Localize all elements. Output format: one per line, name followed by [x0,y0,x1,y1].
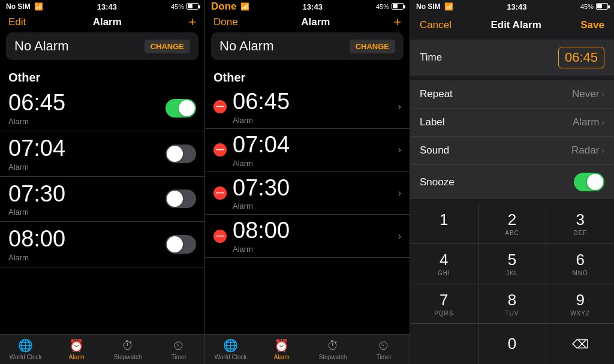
edit-button[interactable]: Edit [8,16,26,28]
chevron-icon-3: › [398,188,401,198]
snooze-knob [587,174,603,190]
numpad-row-3: 7 PQRS 8 TUV 9 WXYZ [410,284,614,324]
alarm-toggle-2[interactable] [165,145,196,163]
alarm-label-edit-4: Alarm [233,245,393,254]
time-1: 13:43 [97,2,117,11]
alarm-delete-item-3[interactable]: 07:30 Alarm › [205,172,410,215]
done-label: Done [211,1,237,13]
done-button[interactable]: Done [213,16,238,28]
sound-label: Sound [420,145,449,157]
numpad-row-2: 4 GHI 5 JKL 6 MNO [410,244,614,284]
snooze-row: Snooze [410,165,614,199]
alarm-label-edit-1: Alarm [233,116,393,125]
alarm-item-2[interactable]: 07:04 Alarm [0,131,204,177]
alarm-time-edit-4: 08:00 [233,218,393,243]
alarm-delete-item-1[interactable]: 06:45 Alarm › [205,86,410,129]
tab-stopwatch-1[interactable]: ⏱ Stopwatch [103,335,154,364]
numpad-key-5[interactable]: 5 JKL [478,244,547,284]
alarm-list-2: 06:45 Alarm › 07:04 Alarm › 07:30 Alarm … [205,86,410,334]
no-alarm-text-2: No Alarm [219,38,273,54]
sim-label-1: No SIM [6,2,31,11]
alarm-label-4: Alarm [8,253,65,262]
time-value-display[interactable]: 06:45 [558,47,604,68]
nav-bar-1: Edit Alarm + [0,13,204,32]
tab-label-timer-1: Timer [171,354,186,360]
wifi-icon-2: 📶 [240,2,249,11]
timer-icon-1: ⏲ [173,339,185,353]
edit-nav: Cancel Edit Alarm Save [410,13,614,35]
tab-label-stopwatch-2: Stopwatch [319,354,347,360]
alarm-item-3[interactable]: 07:30 Alarm [0,177,204,222]
world-clock-icon-1: 🌐 [18,338,33,353]
stopwatch-icon-2: ⏱ [327,339,339,353]
alarm-label-2: Alarm [8,163,65,172]
panel-edit-alarm: No SIM 📶 13:43 45% Cancel Edit Alarm Sav… [410,0,614,364]
alarm-item-4[interactable]: 08:00 Alarm [0,222,204,267]
numpad: 1 2 ABC 3 DEF 4 GHI 5 JKL 6 MN [410,204,614,364]
repeat-chevron: › [601,89,604,99]
numpad-key-1[interactable]: 1 [410,204,478,244]
numpad-key-6[interactable]: 6 MNO [546,244,614,284]
tab-label-timer-2: Timer [377,354,392,360]
label-row[interactable]: Label Alarm › [410,109,614,137]
edit-alarm-title: Edit Alarm [490,19,541,31]
numpad-key-0[interactable]: 0 [478,324,547,364]
tab-world-clock-1[interactable]: 🌐 World Clock [0,335,51,364]
tab-alarm-2[interactable]: ⏰ Alarm [256,335,307,364]
change-button-1[interactable]: CHANGE [145,40,190,53]
snooze-toggle[interactable] [574,173,604,191]
tab-timer-2[interactable]: ⏲ Timer [359,335,410,364]
no-alarm-text-1: No Alarm [14,38,68,54]
numpad-row-4: 0 ⌫ [410,324,614,364]
tab-timer-1[interactable]: ⏲ Timer [154,335,204,364]
numpad-key-9[interactable]: 9 WXYZ [546,284,614,324]
tab-world-clock-2[interactable]: 🌐 World Clock [205,335,256,364]
status-bar-2: Done 📶 13:43 45% [205,0,410,13]
battery-icon-2 [392,3,404,11]
numpad-key-3[interactable]: 3 DEF [546,204,614,244]
tab-label-alarm-2: Alarm [274,354,290,360]
numpad-key-2[interactable]: 2 ABC [478,204,547,244]
alarm-time-edit-1: 06:45 [233,89,393,115]
cancel-button[interactable]: Cancel [420,19,452,31]
alarm-toggle-4[interactable] [165,235,196,254]
add-alarm-button-2[interactable]: + [393,16,401,29]
change-button-2[interactable]: CHANGE [350,40,395,53]
alarm-time-4: 08:00 [8,227,65,252]
repeat-row[interactable]: Repeat Never › [410,80,614,109]
stopwatch-icon-1: ⏱ [122,339,134,353]
time-3: 13:43 [507,2,526,11]
numpad-key-empty [410,324,478,364]
alarm-label-edit-2: Alarm [233,159,393,168]
alarm-toggle-3[interactable] [165,189,196,208]
tab-label-world-clock-2: World Clock [215,354,247,360]
alarm-time-edit-3: 07:30 [233,176,393,201]
delete-button-3[interactable] [213,186,227,200]
delete-button-2[interactable] [213,143,227,157]
alarm-icon-2: ⏰ [274,338,289,353]
delete-button-4[interactable] [213,230,227,243]
battery-pct-1: 45% [171,3,184,10]
sound-row[interactable]: Sound Radar › [410,137,614,165]
label-label: Label [420,116,445,128]
sound-chevron: › [601,146,604,155]
alarm-time-edit-2: 07:04 [233,133,393,158]
tab-alarm-1[interactable]: ⏰ Alarm [51,335,102,364]
numpad-key-8[interactable]: 8 TUV [478,284,547,324]
tab-stopwatch-2[interactable]: ⏱ Stopwatch [308,335,359,364]
alarm-delete-item-2[interactable]: 07:04 Alarm › [205,129,410,172]
save-button[interactable]: Save [580,19,604,31]
numpad-key-4[interactable]: 4 GHI [410,244,478,284]
add-alarm-button-1[interactable]: + [188,16,196,29]
numpad-key-7[interactable]: 7 PQRS [410,284,478,324]
alarm-delete-item-4[interactable]: 08:00 Alarm › [205,215,410,258]
no-alarm-bar-1: No Alarm CHANGE [6,32,198,60]
alarm-icon-1: ⏰ [69,338,84,353]
time-row: Time 06:45 [410,40,614,76]
nav-title-1: Alarm [93,16,122,28]
alarm-toggle-1[interactable] [165,99,196,118]
delete-button-1[interactable] [213,100,227,113]
alarm-item-1[interactable]: 06:45 Alarm [0,86,204,131]
sim-label-3: No SIM [416,2,441,11]
numpad-key-backspace[interactable]: ⌫ [546,324,614,364]
